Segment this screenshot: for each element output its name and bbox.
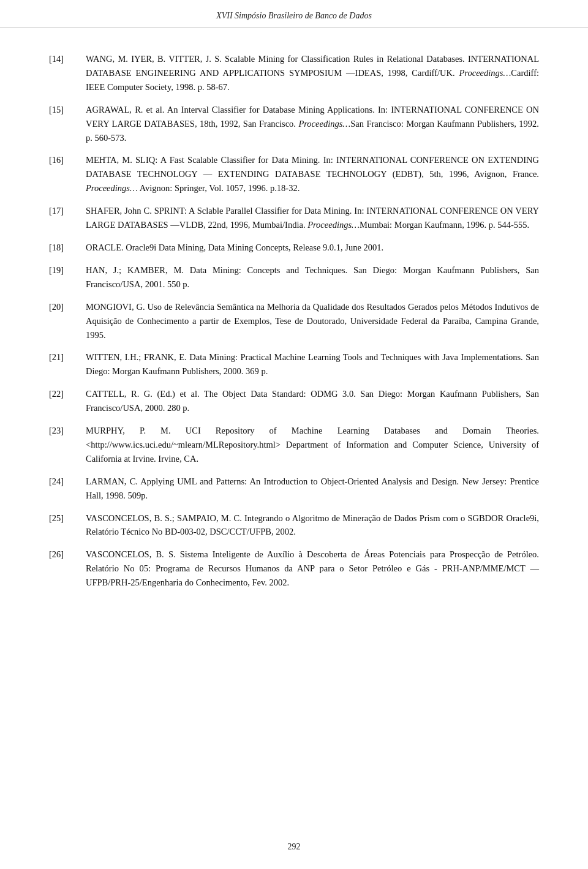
list-item: [19] HAN, J.; KAMBER, M. Data Mining: Co… [49,263,539,292]
list-item: [21] WITTEN, I.H.; FRANK, E. Data Mining… [49,350,539,378]
list-item: [22] CATTELL, R. G. (Ed.) et al. The Obj… [49,387,539,415]
ref-text-25: VASCONCELOS, B. S.; SAMPAIO, M. C. Integ… [86,511,539,540]
list-item: [17] SHAFER, John C. SPRINT: A Sclable P… [49,204,539,232]
list-item: [20] MONGIOVI, G. Uso de Relevância Semâ… [49,300,539,342]
ref-number-16: [16] [49,153,86,167]
page-header: XVII Simpósio Brasileiro de Banco de Dad… [0,0,588,28]
ref-text-22: CATTELL, R. G. (Ed.) et al. The Object D… [86,387,539,415]
ref-text-16: MEHTA, M. SLIQ: A Fast Scalable Classifi… [86,153,539,195]
ref-number-17: [17] [49,204,86,217]
list-item: [18] ORACLE. Oracle9i Data Mining, Data … [49,241,539,255]
content-area: [14] WANG, M. IYER, B. VITTER, J. S. Sca… [0,28,588,635]
list-item: [23] MURPHY, P. M. UCI Repository of Mac… [49,424,539,466]
ref-text-18: ORACLE. Oracle9i Data Mining, Data Minin… [86,241,539,255]
ref-text-19: HAN, J.; KAMBER, M. Data Mining: Concept… [86,263,539,292]
page-footer: 292 [0,842,588,852]
ref-text-23: MURPHY, P. M. UCI Repository of Machine … [86,424,539,466]
ref-text-14: WANG, M. IYER, B. VITTER, J. S. Scalable… [86,52,539,94]
header-title: XVII Simpósio Brasileiro de Banco de Dad… [216,11,372,20]
ref-number-25: [25] [49,511,86,525]
ref-number-15: [15] [49,103,86,116]
page-number: 292 [288,842,301,851]
ref-number-20: [20] [49,300,86,314]
ref-number-21: [21] [49,350,86,364]
ref-text-26: VASCONCELOS, B. S. Sistema Inteligente d… [86,547,539,590]
list-item: [15] AGRAWAL, R. et al. An Interval Clas… [49,103,539,145]
ref-text-20: MONGIOVI, G. Uso de Relevância Semântica… [86,300,539,342]
ref-number-22: [22] [49,387,86,401]
ref-number-26: [26] [49,547,86,561]
ref-text-24: LARMAN, C. Applying UML and Patterns: An… [86,475,539,503]
ref-text-21: WITTEN, I.H.; FRANK, E. Data Mining: Pra… [86,350,539,378]
list-item: [14] WANG, M. IYER, B. VITTER, J. S. Sca… [49,52,539,94]
page: XVII Simpósio Brasileiro de Banco de Dad… [0,0,588,869]
ref-number-24: [24] [49,475,86,488]
ref-number-18: [18] [49,241,86,254]
ref-number-14: [14] [49,52,86,66]
list-item: [25] VASCONCELOS, B. S.; SAMPAIO, M. C. … [49,511,539,540]
list-item: [16] MEHTA, M. SLIQ: A Fast Scalable Cla… [49,153,539,195]
list-item: [24] LARMAN, C. Applying UML and Pattern… [49,475,539,503]
ref-number-19: [19] [49,263,86,277]
ref-text-15: AGRAWAL, R. et al. An Interval Classifie… [86,103,539,145]
ref-text-17: SHAFER, John C. SPRINT: A Sclable Parall… [86,204,539,232]
list-item: [26] VASCONCELOS, B. S. Sistema Intelige… [49,547,539,590]
ref-number-23: [23] [49,424,86,437]
